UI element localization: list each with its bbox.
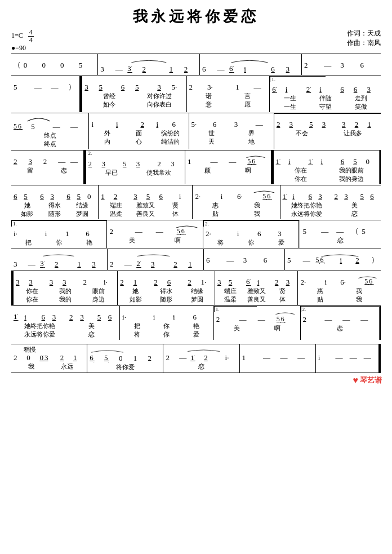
meta-right: 作词：天成 作曲：南风 (347, 29, 381, 48)
meta-left: 1=C 4 4 ●=90 (11, 29, 34, 52)
watermark: ♥ 琴艺谱 (353, 375, 382, 385)
song-title: 我永远将你爱恋 (11, 7, 381, 26)
